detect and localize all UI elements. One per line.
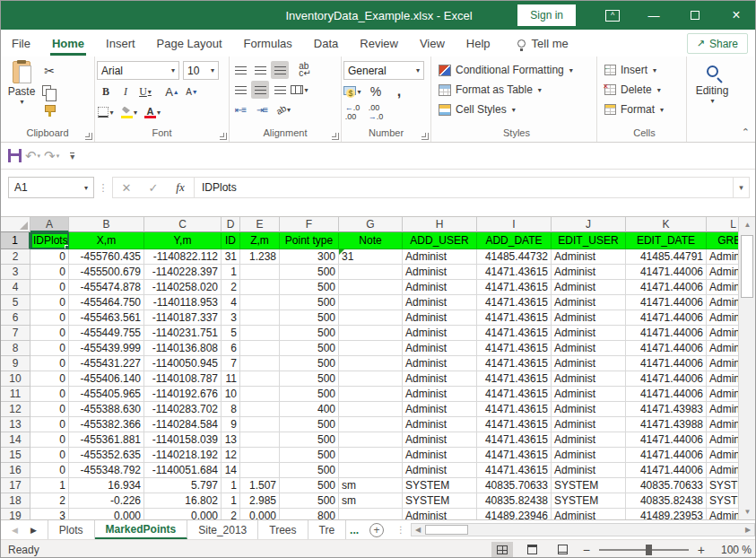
- cell[interactable]: -455352.635: [69, 448, 144, 463]
- column-header-C[interactable]: C: [144, 217, 222, 232]
- row-header-19[interactable]: 19: [1, 509, 30, 519]
- cell[interactable]: -455760.435: [69, 249, 144, 265]
- cell[interactable]: Administ: [552, 402, 626, 417]
- cell[interactable]: 40835.82438: [477, 493, 552, 509]
- cell[interactable]: -1140283.702: [144, 402, 222, 417]
- cell[interactable]: [240, 341, 280, 356]
- copy-button[interactable]: ▾: [40, 82, 58, 100]
- more-sheets-button[interactable]: ...: [346, 520, 362, 539]
- row-header-4[interactable]: 4: [1, 280, 30, 295]
- insert-function-button[interactable]: fx: [167, 180, 194, 195]
- cell[interactable]: Administ: [403, 371, 477, 387]
- row-header-3[interactable]: 3: [1, 265, 30, 280]
- cell[interactable]: Administ: [403, 387, 477, 402]
- cell[interactable]: -455500.679: [69, 265, 144, 280]
- cell[interactable]: Administ: [707, 341, 740, 356]
- cell[interactable]: -1140118.953: [144, 295, 222, 310]
- zoom-in-button[interactable]: +: [698, 543, 705, 557]
- cell[interactable]: Administ: [552, 280, 626, 295]
- cell[interactable]: -455474.878: [69, 280, 144, 295]
- horizontal-scrollbar[interactable]: ◀ ▶: [411, 523, 755, 536]
- cell[interactable]: 0: [30, 387, 69, 402]
- fill-handle[interactable]: [65, 245, 69, 249]
- font-size-combo[interactable]: 10▾: [183, 61, 219, 80]
- format-as-table-button[interactable]: Format as Table ▾: [439, 80, 595, 100]
- merge-center-button[interactable]: ▾: [291, 81, 308, 99]
- cell[interactable]: [240, 326, 280, 341]
- cell[interactable]: SYSTEM: [707, 493, 740, 509]
- cell[interactable]: 500: [280, 310, 339, 326]
- cell[interactable]: 500: [280, 493, 339, 509]
- cell[interactable]: 500: [280, 417, 339, 432]
- cell[interactable]: 5: [222, 326, 240, 341]
- column-header-E[interactable]: E: [240, 217, 280, 232]
- delete-cells-button[interactable]: Delete ▾: [604, 80, 684, 100]
- cell[interactable]: 0.000: [144, 509, 222, 519]
- cell[interactable]: 3: [222, 310, 240, 326]
- row-header-2[interactable]: 2: [1, 249, 30, 265]
- cell[interactable]: -1140231.751: [144, 326, 222, 341]
- cell[interactable]: [339, 402, 403, 417]
- column-header-D[interactable]: D: [222, 217, 240, 232]
- name-box-splitter[interactable]: ⋮: [94, 177, 112, 198]
- cell[interactable]: -1140051.684: [144, 463, 222, 478]
- cell[interactable]: 1.507: [240, 478, 280, 493]
- cell[interactable]: -455405.965: [69, 387, 144, 402]
- increase-indent-button[interactable]: ⇥≡: [253, 100, 271, 118]
- cell[interactable]: Administ: [403, 280, 477, 295]
- cell[interactable]: -455431.227: [69, 356, 144, 371]
- row-header-8[interactable]: 8: [1, 341, 30, 356]
- cell[interactable]: -1140136.808: [144, 341, 222, 356]
- cancel-entry-button[interactable]: ✕: [113, 181, 140, 195]
- cell[interactable]: [339, 432, 403, 448]
- sheet-nav-left-arrow[interactable]: ◀: [12, 526, 18, 535]
- cell[interactable]: [240, 280, 280, 295]
- cell[interactable]: 41471.43615: [477, 356, 552, 371]
- row-header-17[interactable]: 17: [1, 478, 30, 493]
- cut-button[interactable]: ✂: [40, 62, 58, 80]
- cell[interactable]: Administ: [403, 509, 477, 519]
- ribbon-tab-formulas[interactable]: Formulas: [233, 30, 303, 57]
- column-header-A[interactable]: A: [30, 217, 69, 232]
- sheet-tab-site_2013[interactable]: Site_2013: [187, 520, 258, 539]
- page-layout-view-button[interactable]: [522, 542, 543, 558]
- cell[interactable]: 41489.23953: [626, 509, 707, 519]
- horizontal-scroll-thumb[interactable]: [425, 525, 468, 535]
- cell[interactable]: SYSTEM: [403, 478, 477, 493]
- cell[interactable]: 41471.43615: [477, 280, 552, 295]
- cell[interactable]: 0: [30, 402, 69, 417]
- cell[interactable]: EDIT_DATE: [626, 232, 707, 249]
- cell[interactable]: Administ: [707, 448, 740, 463]
- cell[interactable]: 41471.43615: [477, 432, 552, 448]
- paste-button[interactable]: Paste ▾: [3, 58, 40, 106]
- cell[interactable]: 41471.44006: [626, 387, 707, 402]
- cell[interactable]: 41471.44006: [626, 463, 707, 478]
- alignment-dialog-launcher[interactable]: [332, 133, 339, 140]
- orientation-button[interactable]: ab▾: [274, 100, 292, 118]
- cell[interactable]: 41471.43983: [626, 402, 707, 417]
- cell[interactable]: Administ: [552, 509, 626, 519]
- cell[interactable]: 2: [30, 493, 69, 509]
- collapse-ribbon-button[interactable]: ⌃: [742, 126, 750, 138]
- cell[interactable]: [339, 387, 403, 402]
- cell[interactable]: 7: [222, 356, 240, 371]
- cell[interactable]: -1140192.676: [144, 387, 222, 402]
- cell[interactable]: Administ: [403, 448, 477, 463]
- sheet-tab-tre[interactable]: Tre: [308, 520, 347, 539]
- cell[interactable]: 41471.44006: [626, 448, 707, 463]
- ribbon-tab-home[interactable]: Home: [41, 30, 95, 57]
- cell[interactable]: 500: [280, 478, 339, 493]
- tab-scroll-splitter[interactable]: ⋮: [391, 520, 411, 539]
- cell-A1-selected[interactable]: IDPlots: [30, 232, 69, 249]
- cell[interactable]: 41471.43615: [477, 265, 552, 280]
- cell[interactable]: Administ: [552, 326, 626, 341]
- cell[interactable]: sm: [339, 478, 403, 493]
- cell[interactable]: 41471.43615: [477, 310, 552, 326]
- column-header-F[interactable]: F: [280, 217, 339, 232]
- cell[interactable]: 6: [222, 341, 240, 356]
- row-header-5[interactable]: 5: [1, 295, 30, 310]
- cell[interactable]: Administ: [403, 265, 477, 280]
- undo-button[interactable]: ↶▾: [25, 148, 40, 164]
- cell[interactable]: -1140228.397: [144, 265, 222, 280]
- cell[interactable]: Administ: [403, 463, 477, 478]
